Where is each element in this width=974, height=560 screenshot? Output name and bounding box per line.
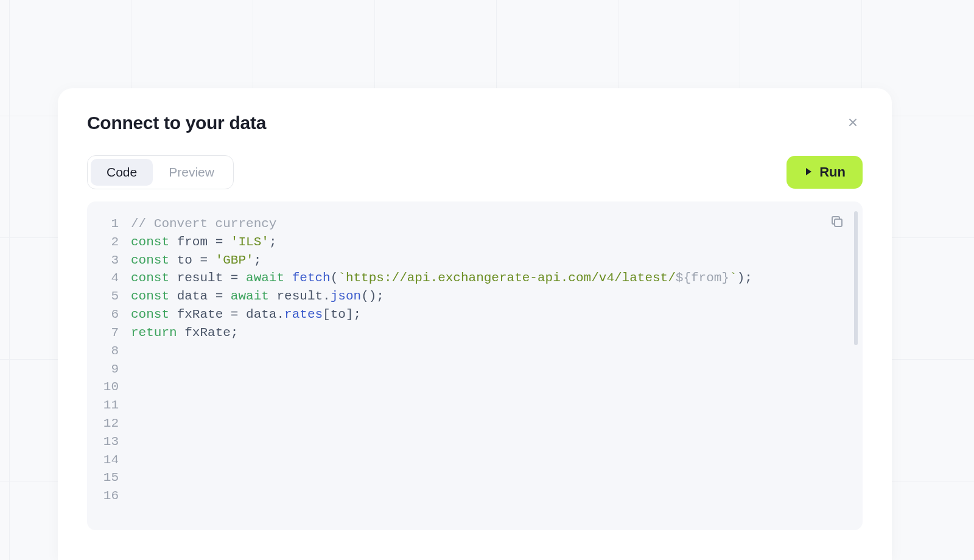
scrollbar-thumb[interactable] [854,211,858,345]
line-number: 15 [102,469,131,487]
code-line: 1// Convert currency [102,215,848,233]
code-line: 10 [102,378,848,396]
code-line: 5const data = await result.json(); [102,287,848,306]
line-content [131,342,848,360]
line-content: const fxRate = data.rates[to]; [131,306,848,324]
line-content [131,469,848,487]
play-icon [804,164,813,180]
line-number: 1 [102,215,131,233]
line-content [131,396,848,415]
tab-code[interactable]: Code [91,159,153,186]
code-line: 3const to = 'GBP'; [102,251,848,270]
connect-data-modal: Connect to your data Code Preview Run [58,88,892,560]
line-content [131,433,848,451]
line-number: 2 [102,233,131,251]
line-content [131,451,848,469]
code-line: 14 [102,451,848,469]
modal-title: Connect to your data [87,113,266,133]
modal-header: Connect to your data [87,113,863,133]
code-line: 2const from = 'ILS'; [102,233,848,251]
close-button[interactable] [843,113,863,133]
line-content: const to = 'GBP'; [131,251,848,270]
line-number: 12 [102,415,131,433]
line-content: const from = 'ILS'; [131,233,848,251]
line-number: 6 [102,306,131,324]
code-line: 4const result = await fetch(`https://api… [102,269,848,287]
copy-button[interactable] [829,214,846,231]
line-number: 8 [102,342,131,360]
code-line: 13 [102,433,848,451]
line-number: 9 [102,360,131,379]
code-content: 1// Convert currency2const from = 'ILS';… [102,215,848,505]
tab-group: Code Preview [87,155,234,189]
run-button[interactable]: Run [787,156,863,189]
line-content: return fxRate; [131,324,848,342]
line-number: 14 [102,451,131,469]
line-content [131,360,848,379]
tab-preview[interactable]: Preview [153,159,230,186]
code-line: 11 [102,396,848,415]
code-line: 8 [102,342,848,360]
code-line: 6const fxRate = data.rates[to]; [102,306,848,324]
code-line: 9 [102,360,848,379]
line-number: 3 [102,251,131,270]
copy-icon [830,214,844,231]
line-number: 10 [102,378,131,396]
line-number: 13 [102,433,131,451]
line-number: 11 [102,396,131,415]
run-button-label: Run [819,164,846,180]
svg-rect-2 [835,219,842,226]
line-content: const data = await result.json(); [131,287,848,306]
close-icon [847,117,858,130]
line-content [131,487,848,505]
line-content: // Convert currency [131,215,848,233]
code-editor[interactable]: 1// Convert currency2const from = 'ILS';… [87,201,863,530]
line-number: 7 [102,324,131,342]
line-content: const result = await fetch(`https://api.… [131,269,848,287]
line-content [131,415,848,433]
line-number: 4 [102,269,131,287]
line-number: 16 [102,487,131,505]
modal-toolbar: Code Preview Run [87,155,863,189]
code-line: 7return fxRate; [102,324,848,342]
line-number: 5 [102,287,131,306]
code-line: 15 [102,469,848,487]
line-content [131,378,848,396]
code-line: 12 [102,415,848,433]
code-line: 16 [102,487,848,505]
